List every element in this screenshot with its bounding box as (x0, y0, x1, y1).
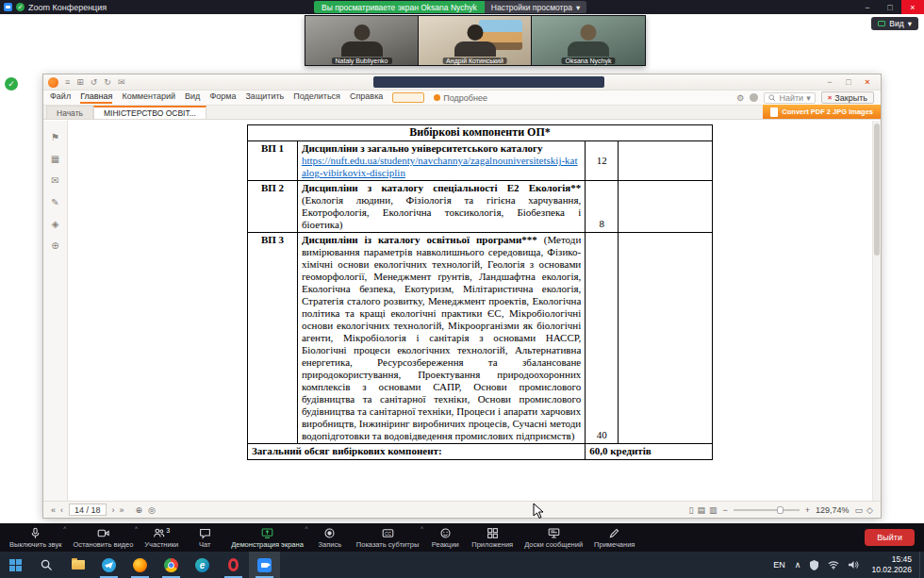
participant-tile[interactable]: Nataly Bubliyenko (305, 16, 419, 65)
more-button[interactable]: Подробнее (434, 93, 487, 103)
menu-item-2[interactable]: Главная (80, 91, 112, 104)
banner-close-button[interactable]: ×Закрыть (821, 91, 874, 104)
catalog-link[interactable]: https://nuft.edu.ua/studenty/navchannya/… (302, 155, 578, 178)
participants-video-strip[interactable]: Nataly BubliyenkoАндрій КотинськийOksana… (305, 15, 646, 66)
chevron-up-icon[interactable]: ˄ (63, 525, 67, 531)
menu-item-4[interactable]: Вид (185, 91, 200, 104)
maximize-button[interactable]: □ (879, 0, 901, 14)
opera-app-button[interactable] (218, 552, 249, 578)
status-nav-post: ›» (112, 505, 124, 515)
document-tab-2[interactable]: МІНІСТЕРСТВО ОСВІТ... (93, 106, 206, 119)
save-icon[interactable]: ⊞ (76, 77, 84, 87)
close-button[interactable]: × (901, 0, 924, 14)
bookmark-icon[interactable]: ⚑ (51, 132, 59, 142)
redo-icon[interactable]: ↻ (104, 77, 111, 87)
search-input[interactable]: Найти ▾ (764, 92, 815, 104)
record-button[interactable]: Запись (309, 523, 351, 552)
network-icon[interactable] (823, 552, 844, 578)
record-icon (323, 526, 336, 539)
prev-page-icon[interactable]: ‹ (60, 505, 63, 515)
layers-icon[interactable]: ◈ (52, 219, 59, 229)
shield-icon[interactable] (805, 552, 823, 578)
menu-item-7[interactable]: Поделиться (293, 91, 340, 104)
comments-icon[interactable]: ✉ (51, 175, 58, 186)
scrollbar-thumb[interactable] (874, 124, 880, 256)
email-icon[interactable]: ✉ (118, 77, 125, 87)
signature-icon[interactable]: ✎ (51, 197, 58, 207)
fit-page-icon[interactable]: ◇ (866, 505, 873, 515)
chat-button[interactable]: Чат (184, 523, 225, 552)
participants-button[interactable]: 3Участники (139, 523, 184, 552)
menu-item-6[interactable]: Защитить (245, 91, 284, 104)
stop-video-button[interactable]: ˄Остановить видео (67, 523, 139, 552)
row-extra-cell (619, 181, 713, 233)
select-tool-icon[interactable]: ◎ (148, 505, 156, 515)
edge-app-button[interactable]: e (187, 552, 218, 578)
participant-tile[interactable]: Андрій Котинський (419, 16, 532, 65)
whiteboards-button[interactable]: Доски сообщений (519, 523, 588, 552)
volume-icon[interactable] (844, 552, 864, 578)
telegram-app-button[interactable] (93, 552, 124, 578)
account-avatar[interactable] (750, 93, 758, 102)
minimize-button[interactable]: − (856, 0, 879, 14)
page-indicator[interactable]: 14 / 18 (69, 504, 107, 516)
gear-icon[interactable]: ⚙ (736, 93, 744, 103)
zoom-app-button[interactable] (249, 552, 280, 578)
zoom-slider[interactable] (734, 509, 800, 511)
zoom-slider-knob[interactable] (777, 506, 784, 514)
zoom-app-logo-icon (4, 3, 12, 11)
search-icon (768, 94, 776, 102)
last-page-icon[interactable]: » (120, 505, 124, 515)
system-tray: EN ∧ 15:45 10.02.2026 (768, 552, 924, 578)
next-page-icon[interactable]: › (112, 505, 115, 515)
taskbar-clock[interactable]: 15:45 10.02.2026 (864, 554, 919, 574)
menu-item-8[interactable]: Справка (350, 91, 383, 104)
continuous-view-icon[interactable]: ▤ (697, 505, 705, 515)
hidden-icons-chevron[interactable]: ∧ (790, 552, 806, 578)
menu-icon[interactable]: ≡ (65, 77, 70, 87)
pdf-body: ⚑▦✉✎◈⊕ Вибіркові компоненти ОП* ВП 1Дисц… (43, 121, 881, 501)
start-button[interactable] (0, 552, 31, 578)
pdf-restore-button[interactable]: □ (840, 77, 857, 87)
chrome-app-button[interactable] (156, 552, 187, 578)
reactions-button[interactable]: Реакции (424, 523, 466, 552)
thumbnails-icon[interactable]: ▦ (51, 154, 59, 164)
mute-button[interactable]: ˄Выключить звук (4, 523, 67, 552)
explorer-app-button[interactable] (62, 552, 93, 578)
pdf-close-button[interactable]: × (859, 77, 876, 87)
menu-item-1[interactable]: Файл (50, 91, 71, 104)
undo-icon[interactable]: ↺ (91, 77, 98, 87)
antivirus-icon[interactable]: ✓ (5, 77, 18, 91)
leave-meeting-button[interactable]: Выйти (865, 529, 915, 546)
chevron-up-icon[interactable]: ˄ (421, 525, 424, 531)
window-controls: − □ × (856, 0, 924, 14)
zoom-in-button[interactable]: + (805, 505, 810, 515)
single-page-view-icon[interactable]: ▯ (689, 505, 694, 515)
language-indicator[interactable]: EN (768, 552, 790, 578)
vertical-scrollbar[interactable] (872, 121, 881, 501)
fit-width-icon[interactable]: ▭ (855, 505, 864, 515)
zoom-out-button[interactable]: − (723, 505, 728, 515)
menu-item-3[interactable]: Комментарий (122, 91, 175, 104)
pan-tool-icon[interactable]: ⊕ (136, 505, 143, 515)
chevron-up-icon[interactable]: ˄ (135, 525, 139, 531)
captions-button[interactable]: CC˄Показать субтитры (351, 523, 424, 552)
convert-pdf-button[interactable]: Convert PDF 2 JPG Images (763, 105, 881, 119)
view-options-dropdown[interactable]: Настройки просмотра ▾ (485, 1, 586, 13)
first-page-icon[interactable]: « (51, 505, 56, 515)
notes-button[interactable]: Примечания (588, 523, 640, 552)
document-tab-1[interactable]: Начать (46, 106, 93, 119)
firefox-app-button[interactable] (124, 552, 156, 578)
pdf-minimize-button[interactable]: − (821, 77, 838, 87)
share-screen-button[interactable]: ˄Демонстрация экрана (225, 523, 309, 552)
attachments-icon[interactable]: ⊕ (51, 240, 58, 251)
facing-view-icon[interactable]: ▥ (709, 505, 718, 515)
document-canvas[interactable]: Вибіркові компоненти ОП* ВП 1Дисципліни … (68, 121, 881, 501)
apps-button[interactable]: Приложения (466, 523, 519, 552)
view-button[interactable]: Вид ▾ (871, 17, 918, 30)
chevron-up-icon[interactable]: ˄ (305, 525, 308, 531)
menu-item-5[interactable]: Форма (209, 91, 236, 104)
notification-center-button[interactable] (919, 552, 924, 578)
search-app-button[interactable] (31, 552, 62, 578)
participant-tile[interactable]: Oksana Nychyk (532, 16, 645, 65)
